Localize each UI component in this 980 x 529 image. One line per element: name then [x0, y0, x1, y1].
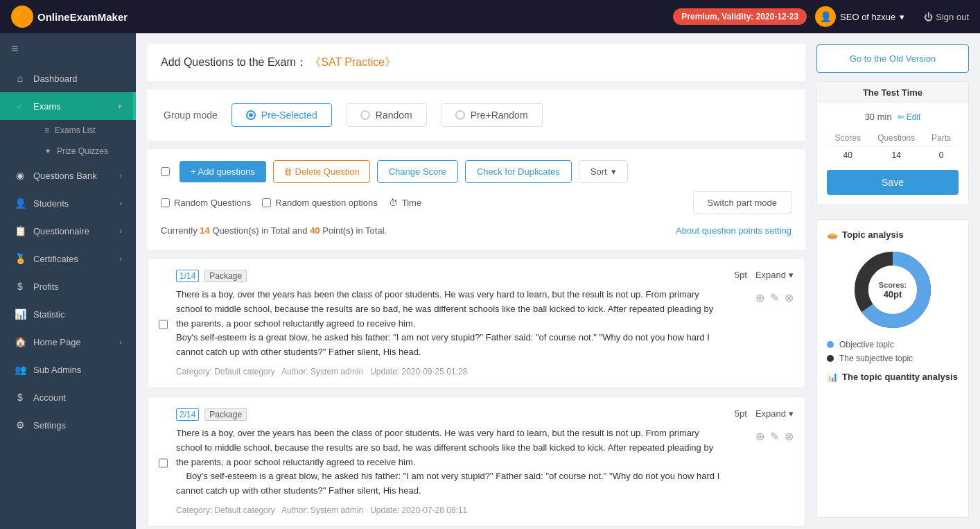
switch-part-button[interactable]: Switch part mode	[693, 191, 791, 214]
time-option[interactable]: ⏱ Time	[389, 198, 421, 208]
question-2-body: 2/14 Package There is a boy, over the ye…	[176, 408, 726, 515]
chevron-icon-students: ›	[119, 199, 122, 207]
sidebar-label-settings: Settings	[33, 420, 66, 431]
test-time-value: 30 min ✏ Edit	[827, 112, 959, 122]
group-mode-label: Group mode	[164, 110, 218, 121]
question-1-points: 5pt	[735, 270, 747, 280]
subjective-label: The subjective topic	[839, 354, 913, 363]
sidebar-item-exams[interactable]: ✔ Exams ▾	[0, 92, 136, 120]
random-questions-option[interactable]: Random Questions	[161, 198, 251, 208]
sidebar-item-subadmins[interactable]: 👥 Sub Admins	[0, 356, 136, 383]
stats-table: Scores Questions Parts 40 14 0	[827, 130, 959, 164]
check-duplicates-button[interactable]: Check for Duplicates	[465, 160, 572, 183]
question-1-checkbox[interactable]	[159, 272, 168, 376]
pencil-icon: ✏	[898, 112, 904, 122]
main-layout: ≡ ⌂ Dashboard ✔ Exams ▾ ≡ Exams List ✦ P…	[0, 33, 980, 529]
sort-button[interactable]: Sort ▾	[579, 160, 628, 183]
delete-question-button[interactable]: 🗑 Delete Question	[273, 160, 370, 183]
radio-label-random: Random	[376, 110, 412, 121]
about-question-points-link[interactable]: About question points setting	[676, 225, 791, 236]
question-1-actions: ⊕ ✎ ⊗	[755, 291, 794, 304]
random-questions-checkbox[interactable]	[161, 198, 170, 207]
edit-time-link[interactable]: ✏ Edit	[898, 112, 921, 122]
question-1-number: 1/14	[176, 270, 199, 282]
sidebar-item-settings[interactable]: ⚙ Settings	[0, 411, 136, 439]
sidebar-item-homepage[interactable]: 🏠 Home Page ›	[0, 328, 136, 356]
question-2-checkbox[interactable]	[159, 411, 168, 515]
total-text-post: Point(s) in Total.	[320, 225, 387, 236]
radio-pre-random[interactable]: Pre+Random	[441, 103, 543, 127]
questions-value: 14	[869, 146, 924, 165]
pie-chart-icon: 🥧	[827, 229, 838, 240]
question-2-add-icon[interactable]: ⊕	[755, 430, 764, 443]
test-time-card: The Test Time 30 min ✏ Edit Scores Quest…	[816, 81, 969, 205]
radio-random[interactable]: Random	[346, 103, 427, 127]
chart-legend: Objective topic The subjective topic	[827, 340, 959, 363]
user-name: SEO of hzxue	[840, 12, 895, 22]
sidebar-label-profits: Profits	[33, 281, 59, 292]
sidebar-item-certificates[interactable]: 🏅 Certificates ›	[0, 245, 136, 272]
sort-chevron-icon: ▾	[611, 166, 616, 177]
question-1-delete-icon[interactable]: ⊗	[785, 291, 794, 304]
radio-label-pre-random: Pre+Random	[471, 110, 528, 121]
sidebar-toggle[interactable]: ≡	[0, 33, 136, 64]
sidebar-item-prize-quizzes[interactable]: ✦ Prize Quizzes	[33, 141, 136, 162]
question-1-expand[interactable]: Expand ▾	[755, 270, 794, 280]
sidebar-label-subadmins: Sub Admins	[33, 365, 81, 375]
question-2-meta: Category: Default category Author: Syste…	[176, 505, 726, 515]
save-button[interactable]: Save	[827, 170, 959, 195]
question-2-edit-icon[interactable]: ✎	[770, 430, 779, 443]
signout-button[interactable]: ⏻ Sign out	[924, 12, 969, 22]
question-2-number: 2/14	[176, 408, 199, 421]
question-2-delete-icon[interactable]: ⊗	[785, 430, 794, 443]
sidebar-item-exams-list[interactable]: ≡ Exams List	[33, 120, 136, 141]
radio-pre-selected[interactable]: Pre-Selected	[231, 103, 332, 127]
toolbar-row-options: Random Questions Random question options…	[161, 191, 791, 214]
question-1-tag: Package	[204, 270, 247, 282]
expand-chevron-icon: ▾	[789, 270, 794, 280]
topic-analysis-card: 🥧 Topic analysis Scores: 4	[816, 219, 969, 518]
question-2-expand[interactable]: Expand ▾	[755, 408, 794, 419]
sidebar-label-homepage: Home Page	[33, 337, 81, 347]
sidebar-item-account[interactable]: $ Account	[0, 383, 136, 411]
sidebar-item-questionnaire[interactable]: 📋 Questionnaire ›	[0, 217, 136, 245]
question-2-actions: ⊕ ✎ ⊗	[755, 430, 794, 443]
sidebar-item-students[interactable]: 👤 Students ›	[0, 189, 136, 217]
random-questions-label: Random Questions	[174, 198, 251, 208]
question-1-body: 1/14 Package There is a boy, over the ye…	[176, 270, 726, 376]
sidebar-item-questions-bank[interactable]: ◉ Questions Bank ›	[0, 162, 136, 189]
certificates-icon: 🏅	[14, 253, 26, 264]
radio-dot-pre-selected	[246, 110, 256, 120]
random-options-checkbox[interactable]	[262, 198, 271, 207]
old-version-button[interactable]: Go to the Old Version	[816, 44, 969, 73]
total-info: Currently 14 Question(s) in Total and 40…	[161, 223, 791, 239]
question-2-tag: Package	[204, 408, 247, 421]
question-card-1: 1/14 Package There is a boy, over the ye…	[147, 258, 805, 388]
total-text-mid: Question(s) in Total and	[210, 225, 310, 236]
chevron-icon-qbank: ›	[119, 171, 122, 180]
sidebar-item-dashboard[interactable]: ⌂ Dashboard	[0, 64, 136, 92]
page-header: Add Questions to the Exam： 《SAT Practice…	[147, 44, 805, 81]
exam-title: 《SAT Practice》	[310, 56, 396, 68]
random-options-option[interactable]: Random question options	[262, 198, 377, 208]
questionnaire-icon: 📋	[14, 225, 26, 236]
question-1-add-icon[interactable]: ⊕	[755, 291, 764, 304]
homepage-icon: 🏠	[14, 336, 26, 347]
add-questions-button[interactable]: + Add questions	[180, 161, 266, 182]
objective-dot	[827, 341, 834, 348]
page-header-prefix: Add Questions to the Exam：	[161, 56, 307, 68]
user-avatar: 👤	[815, 6, 836, 27]
check-circle-icon: ✔	[14, 101, 26, 112]
donut-chart: Scores: 40pt	[851, 248, 934, 331]
sidebar-label-statistic: Statistic	[33, 309, 65, 320]
main-content: Add Questions to the Exam： 《SAT Practice…	[147, 44, 805, 518]
select-all-checkbox[interactable]	[161, 167, 170, 176]
parts-header: Parts	[924, 130, 959, 146]
change-score-button[interactable]: Change Score	[377, 160, 458, 183]
question-1-edit-icon[interactable]: ✎	[770, 291, 779, 304]
sidebar-item-statistic[interactable]: 📊 Statistic	[0, 300, 136, 328]
sidebar-label-students: Students	[33, 198, 69, 209]
sidebar-label-certificates: Certificates	[33, 254, 78, 264]
sidebar-item-profits[interactable]: $ Profits	[0, 272, 136, 300]
user-info[interactable]: 👤 SEO of hzxue ▾	[815, 6, 904, 27]
